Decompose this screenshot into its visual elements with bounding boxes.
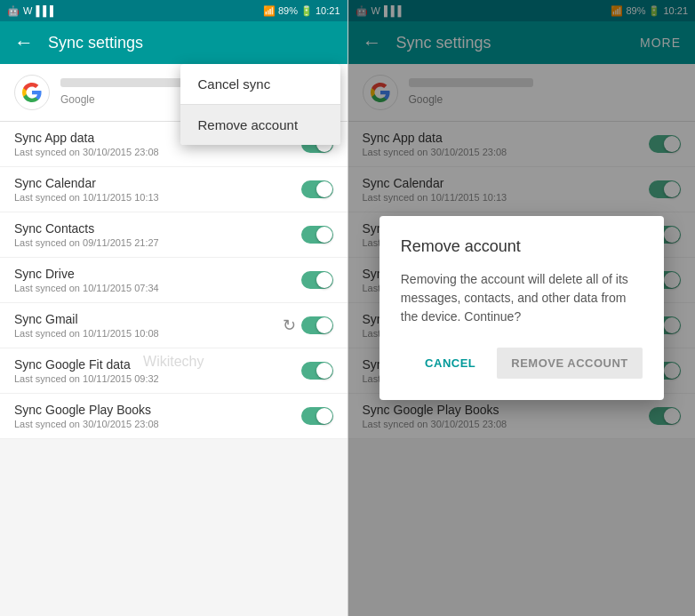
dialog-title: Remove account: [401, 237, 643, 256]
left-status-bar: 🤖 W ▌▌▌ 📶 89% 🔋 10:21: [0, 0, 348, 21]
dialog-body: Removing the account will delete all of …: [401, 270, 643, 326]
w-icon: W: [23, 5, 32, 16]
sync-gmail-syncing-left: ↻: [283, 316, 333, 335]
status-bar-right: 📶 89% 🔋 10:21: [263, 5, 340, 17]
left-header: ← Sync settings: [0, 21, 348, 64]
cancel-sync-menu-item[interactable]: Cancel sync: [180, 64, 340, 104]
sync-item-drive-left[interactable]: Sync Drive Last synced on 10/11/2015 07:…: [0, 258, 348, 303]
signal-bars: ▌▌▌: [36, 5, 56, 16]
left-account-type: Google: [60, 93, 95, 106]
remove-account-menu-item[interactable]: Remove account: [180, 105, 340, 145]
battery-text: 89%: [278, 5, 298, 16]
toggle-contacts-left[interactable]: [301, 226, 333, 244]
sync-spinner-left: ↻: [283, 316, 296, 335]
sync-item-contacts-left[interactable]: Sync Contacts Last synced on 09/11/2015 …: [0, 212, 348, 258]
right-screen: 🤖 W ▌▌▌ 📶 89% 🔋 10:21 ← Sync settings MO…: [348, 0, 696, 616]
toggle-playbooks-left[interactable]: [301, 407, 333, 425]
left-header-title: Sync settings: [48, 34, 333, 52]
time: 10:21: [316, 5, 340, 16]
left-account-email: [60, 78, 185, 87]
android-icon: 🤖: [7, 5, 20, 17]
left-sync-list: Sync App data Last synced on 30/10/2015 …: [0, 122, 348, 616]
toggle-drive-left[interactable]: [301, 271, 333, 289]
status-bar-left-icons: 🤖 W ▌▌▌: [7, 5, 57, 17]
sync-item-playbooks-left[interactable]: Sync Google Play Books Last synced on 30…: [0, 394, 348, 439]
sync-item-calendar-left[interactable]: Sync Calendar Last synced on 10/11/2015 …: [0, 167, 348, 212]
battery-icon: 🔋: [300, 5, 313, 17]
dialog-actions: CANCEL REMOVE ACCOUNT: [401, 348, 643, 379]
dialog-cancel-button[interactable]: CANCEL: [411, 348, 490, 379]
toggle-gmail-left[interactable]: [301, 316, 333, 334]
sync-item-googlefit-left[interactable]: Sync Google Fit data Last synced on 10/1…: [0, 348, 348, 394]
left-back-button[interactable]: ←: [14, 31, 34, 54]
dialog-backdrop: Remove account Removing the account will…: [348, 0, 696, 616]
context-menu: Cancel sync Remove account: [180, 64, 340, 145]
google-logo-left: [14, 75, 50, 110]
dialog-remove-button[interactable]: REMOVE ACCOUNT: [497, 348, 642, 379]
left-screen: 🤖 W ▌▌▌ 📶 89% 🔋 10:21 ← Sync settings Go: [0, 0, 348, 616]
toggle-googlefit-left[interactable]: [301, 362, 333, 380]
signal-icon: 📶: [263, 5, 276, 17]
remove-account-dialog: Remove account Removing the account will…: [379, 216, 664, 400]
sync-item-gmail-left[interactable]: Sync Gmail Last synced on 10/11/2015 10:…: [0, 303, 348, 348]
toggle-calendar-left[interactable]: [301, 180, 333, 198]
